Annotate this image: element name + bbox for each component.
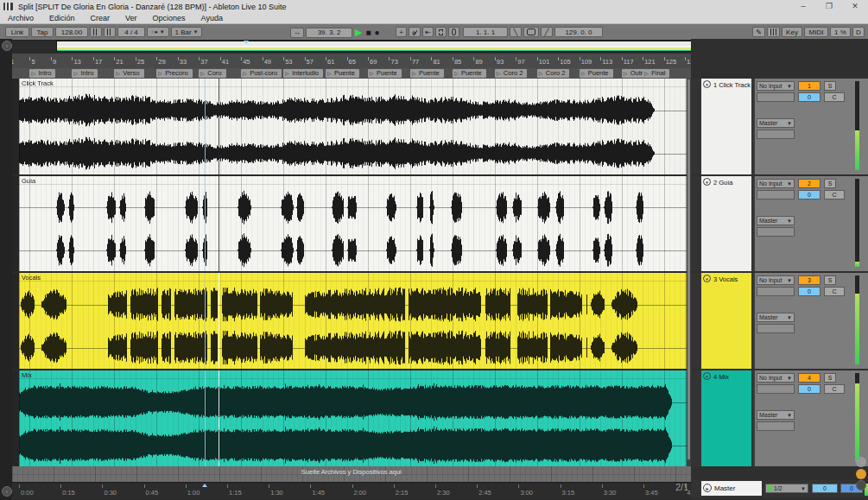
midi-map-button[interactable]: MIDI	[804, 27, 828, 37]
output-channel-chooser[interactable]	[757, 421, 795, 431]
track-header-vocals[interactable]: ▾3 VocalsNo Input▼Master▼3S0C	[691, 273, 868, 369]
audio-clip-guía[interactable]: Guía	[19, 176, 687, 271]
device-view-toggle[interactable]	[856, 480, 866, 491]
locator-final[interactable]: Final	[643, 69, 669, 78]
quantize-menu[interactable]: 1 Bar▼	[171, 27, 202, 37]
track-header-click-track[interactable]: ▾1 Click TrackNo Input▼Master▼1S0C	[691, 79, 868, 174]
audio-clip-click-track[interactable]: Click Track	[19, 79, 687, 174]
show-browser-toggle[interactable]: ‹	[2, 41, 12, 51]
locator-puente[interactable]: Puente	[326, 69, 359, 78]
back-to-arrangement-button[interactable]: ⇤	[422, 27, 434, 37]
tempo-field[interactable]: 128.00	[55, 27, 88, 37]
punch-in-button[interactable]: ╲	[510, 27, 522, 37]
locator-verso[interactable]: Verso	[114, 69, 143, 78]
output-channel-chooser[interactable]	[757, 227, 795, 237]
audio-clip-mix[interactable]: Mix	[19, 370, 687, 466]
output-channel-chooser[interactable]	[757, 324, 795, 333]
maximize-button[interactable]: ❐	[816, 0, 842, 13]
track-volume-field[interactable]: 0	[798, 92, 820, 102]
track-name-cell[interactable]: ▾2 Guía	[701, 176, 751, 271]
time-signature-field[interactable]: 4 / 4	[117, 27, 145, 37]
solo-button[interactable]: S	[824, 275, 836, 285]
track-header-guía[interactable]: ▾2 GuíaNo Input▼Master▼2S0C	[691, 176, 868, 271]
unfold-track-icon[interactable]: ▾	[703, 178, 711, 186]
locator-coro-2[interactable]: Coro 2	[537, 69, 570, 78]
play-button[interactable]: ▶	[354, 27, 363, 38]
loop-length-field[interactable]: 129. 0. 0	[554, 27, 603, 37]
menu-item-ayuda[interactable]: Ayuda	[193, 13, 231, 23]
track-volume-field[interactable]: 0	[798, 384, 820, 394]
master-name-cell[interactable]: ▸ Master	[701, 481, 762, 496]
locator-post-coro[interactable]: Post-coro	[241, 69, 282, 78]
unfold-track-icon[interactable]: ▾	[703, 275, 711, 282]
pan-field[interactable]: C	[824, 92, 845, 102]
record-button[interactable]: ●	[374, 28, 381, 37]
locator-puente[interactable]: Puente	[580, 69, 613, 78]
track-activator-button[interactable]: 2	[798, 179, 820, 188]
input-channel-chooser[interactable]	[757, 92, 795, 102]
input-chooser[interactable]: No Input▼	[757, 373, 795, 383]
tap-tempo-button[interactable]: Tap	[31, 27, 54, 37]
key-map-button[interactable]: Key	[782, 27, 802, 37]
master-fold-icon[interactable]: ▸	[703, 484, 712, 492]
menu-item-archivo[interactable]: Archivo	[0, 13, 41, 23]
time-ruler[interactable]: 0:000:150:300:451:001:151:301:452:002:15…	[12, 482, 691, 499]
nudge-down-button[interactable]	[90, 27, 102, 37]
locator-intro[interactable]: Intro	[72, 69, 98, 78]
locator-puente[interactable]: Puente	[368, 69, 402, 78]
session-record-button[interactable]	[448, 27, 459, 37]
unfold-track-icon[interactable]: ▾	[703, 372, 711, 380]
close-button[interactable]: ✕	[842, 0, 868, 13]
note-view-toggle[interactable]	[856, 469, 866, 479]
menu-item-opciones[interactable]: Opciones	[145, 13, 193, 23]
pan-field[interactable]: C	[824, 384, 845, 394]
track-name-cell[interactable]: ▾1 Click Track	[701, 79, 751, 174]
locator-puente[interactable]: Puente	[453, 69, 486, 78]
track-name-cell[interactable]: ▾3 Vocals	[701, 273, 751, 369]
track-name-cell[interactable]: ▾4 Mix	[701, 370, 751, 466]
vertical-scrollbar-handle[interactable]	[687, 79, 690, 459]
track-activator-button[interactable]: 4	[798, 373, 820, 383]
reenable-automation-button[interactable]: +	[396, 27, 407, 37]
overview-visible-region[interactable]	[56, 41, 764, 52]
draw-mode-button[interactable]: ✎	[752, 27, 765, 37]
master-output-chooser[interactable]: 1/2 ▼	[765, 484, 808, 493]
output-chooser[interactable]: Master▼	[757, 118, 795, 128]
locator-coro[interactable]: Coro	[199, 69, 225, 78]
unfold-track-icon[interactable]: ▾	[703, 80, 711, 88]
locator-lane[interactable]: IntroIntroVersoPrecoroCoroPost-coroInter…	[12, 68, 691, 79]
show-info-toggle[interactable]: ‹	[2, 486, 12, 497]
stop-button[interactable]: ■	[364, 28, 371, 37]
output-chooser[interactable]: Master▼	[757, 313, 795, 322]
locator-precoro[interactable]: Precoro	[156, 69, 192, 78]
input-channel-chooser[interactable]	[757, 384, 795, 394]
menu-item-ver[interactable]: Ver	[117, 13, 145, 23]
input-chooser[interactable]: No Input▼	[757, 275, 795, 285]
arrangement-drop-zone[interactable]: Suelte Archivos y Dispositivos aquí	[12, 466, 691, 482]
link-button[interactable]: Link	[5, 27, 29, 37]
pan-field[interactable]: C	[824, 287, 845, 296]
locator-intro[interactable]: Intro	[29, 69, 55, 78]
punch-out-button[interactable]: ╱	[541, 27, 553, 37]
solo-button[interactable]: S	[824, 179, 836, 188]
loop-button[interactable]	[523, 27, 539, 37]
menu-item-crear[interactable]: Crear	[83, 13, 118, 23]
audio-clip-vocals[interactable]: Vocals	[19, 273, 687, 369]
nudge-up-button[interactable]	[104, 27, 116, 37]
solo-button[interactable]: S	[824, 373, 836, 383]
pan-field[interactable]: C	[824, 190, 845, 199]
computer-midi-keyboard-button[interactable]	[767, 27, 780, 37]
track-volume-field[interactable]: 0	[798, 287, 820, 296]
track-header-mix[interactable]: ▾4 MixNo Input▼Master▼4S0C	[691, 370, 868, 466]
clip-view-toggle[interactable]	[856, 457, 866, 467]
output-chooser[interactable]: Master▼	[757, 410, 795, 420]
metronome-button[interactable]: ○●▼	[147, 27, 169, 37]
output-channel-chooser[interactable]	[757, 130, 795, 139]
input-channel-chooser[interactable]	[757, 190, 795, 199]
locator-coro-2[interactable]: Coro 2	[495, 69, 528, 78]
capture-midi-button[interactable]	[435, 27, 447, 37]
track-activator-button[interactable]: 3	[798, 275, 820, 285]
track-activator-button[interactable]: 1	[798, 81, 820, 91]
solo-button[interactable]: S	[824, 81, 836, 91]
menu-item-edicion[interactable]: Edición	[41, 13, 83, 23]
